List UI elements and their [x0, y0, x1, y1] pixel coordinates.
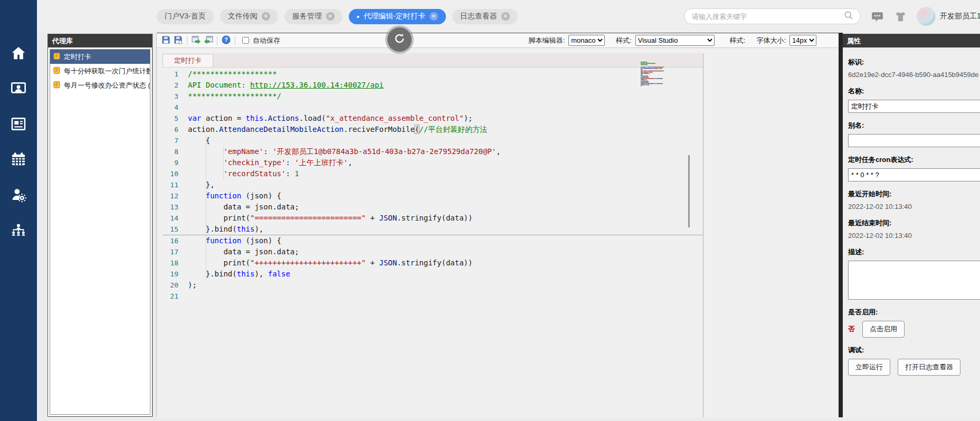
global-search-box[interactable] [684, 8, 861, 24]
app-window: 门户V3-首页文件传阅✕服务管理✕•代理编辑-定时打卡✕日志查看器✕ 开发部员工… [0, 0, 980, 421]
line-number: 9 [163, 157, 178, 168]
code-line-10[interactable]: 10 'recordStatus': 1 [163, 168, 703, 179]
org-chart-icon [10, 222, 27, 241]
tab-close-icon[interactable]: ✕ [262, 12, 270, 21]
code-line-21[interactable]: 21 [163, 291, 703, 302]
script-editor-select[interactable]: monaco [568, 35, 605, 46]
line-content: 'checkin_type': '上午上班打卡', [188, 157, 353, 168]
prop-description-textarea[interactable] [848, 261, 980, 300]
top-tab-3[interactable]: 服务管理✕ [284, 9, 342, 24]
code-line-11[interactable]: 11 }, [163, 179, 703, 190]
tab-close-icon[interactable]: ✕ [326, 12, 335, 21]
top-tab-4-active[interactable]: •代理编辑-定时打卡✕ [349, 9, 446, 24]
sidebar-item-org-chart[interactable] [9, 222, 27, 240]
search-icon[interactable] [843, 10, 854, 23]
sidebar-item-meeting[interactable] [9, 81, 27, 99]
sidebar-item-news[interactable] [9, 116, 27, 134]
style-select[interactable]: Visual Studio [635, 35, 715, 46]
code-line-12[interactable]: 12 function (json) { [163, 190, 703, 202]
line-number: 5 [163, 113, 178, 124]
sidebar-item-user-admin[interactable] [9, 187, 27, 205]
line-content: 'empName': '开发部员工1@b0784a3b-a51d-403a-b2… [188, 146, 501, 157]
theme-skin-icon[interactable] [894, 10, 907, 23]
import-button[interactable] [202, 34, 214, 46]
svg-text:?: ? [224, 36, 227, 43]
prop-cron-input[interactable] [848, 168, 980, 181]
meeting-icon [10, 80, 27, 99]
line-content: }, [188, 179, 215, 190]
export-button[interactable] [190, 34, 202, 46]
save-as-button[interactable] [172, 34, 184, 46]
prop-alias-input[interactable] [848, 134, 980, 147]
editor-tab-active[interactable]: 定时打卡 [163, 54, 213, 67]
top-tab-5[interactable]: 日志查看器✕ [452, 9, 518, 24]
code-line-1[interactable]: 1/******************* [163, 69, 703, 80]
sidebar-item-calendar[interactable] [9, 151, 27, 169]
line-number: 11 [163, 179, 178, 190]
editor-scrollbar-thumb[interactable] [688, 155, 690, 227]
search-input[interactable] [691, 12, 843, 21]
agent-tree-item-2[interactable]: 每十分钟获取一次门户统计数据 (g [50, 64, 150, 78]
code-line-16[interactable]: 16 function (json) { [163, 235, 703, 246]
tab-label: 代理编辑-定时打卡 [364, 12, 425, 21]
tab-close-icon[interactable]: ✕ [430, 12, 438, 21]
save-as-icon [174, 35, 183, 46]
code-line-6[interactable]: 6action.AttendanceDetailMobileAction.rec… [163, 124, 703, 135]
refresh-button[interactable] [387, 27, 412, 52]
code-line-14[interactable]: 14 print("========================" + JS… [163, 213, 703, 224]
save-button[interactable] [160, 34, 172, 46]
user-avatar[interactable] [917, 7, 936, 26]
messages-icon[interactable] [871, 10, 884, 23]
agent-tree-item-1[interactable]: 定时打卡 [50, 50, 150, 64]
editor-minimap[interactable] [640, 61, 678, 91]
top-tab-2[interactable]: 文件传阅✕ [220, 9, 278, 24]
code-line-3[interactable]: 3********************/ [163, 91, 703, 102]
fontsize-label: 字体大小: [756, 36, 786, 45]
editor-toolbar: ? 自动保存 脚本编辑器: monaco 样式: Visual Studio 样… [157, 33, 839, 48]
line-content: var action = this.Actions.load("x_attend… [188, 113, 473, 124]
editor-toolbar-buttons: ? [160, 34, 232, 46]
line-content: ********************/ [188, 91, 281, 102]
tab-close-icon[interactable]: ✕ [501, 12, 510, 21]
editor-settings-controls: 脚本编辑器: monaco 样式: Visual Studio 样式: 字体大小… [529, 35, 836, 46]
line-number: 10 [163, 168, 178, 179]
code-line-13[interactable]: 13 data = json.data; [163, 202, 703, 213]
open-log-viewer-button[interactable]: 打开日志查看器 [898, 359, 960, 376]
prop-name-input[interactable] [848, 100, 980, 113]
run-now-button[interactable]: 立即运行 [848, 359, 890, 376]
code-line-20[interactable]: 20); [163, 280, 703, 291]
code-line-19[interactable]: 19 }.bind(this), false [163, 269, 703, 280]
top-tab-bar: 门户V3-首页文件传阅✕服务管理✕•代理编辑-定时打卡✕日志查看器✕ [157, 9, 518, 24]
code-editor[interactable]: 1/*******************2API Document: http… [163, 68, 703, 302]
agent-script-icon [53, 81, 61, 90]
top-tab-1[interactable]: 门户V3-首页 [157, 9, 214, 24]
code-line-5[interactable]: 5var action = this.Actions.load("x_atten… [163, 113, 703, 124]
user-admin-icon [10, 186, 27, 205]
agent-library-title: 代理库 [48, 34, 152, 47]
prop-last-end-value: 2022-12-02 10:13:40 [848, 232, 980, 240]
code-line-4[interactable]: 4 [163, 102, 703, 113]
line-number: 4 [163, 102, 178, 113]
fontsize-select[interactable]: 14px [789, 35, 816, 46]
prop-last-end-label: 最近结束时间: [848, 218, 980, 228]
code-line-18[interactable]: 18 print("++++++++++++++++++++++++" + JS… [163, 257, 703, 269]
code-line-15[interactable]: 15 }.bind(this), [163, 224, 703, 235]
toolbar-separator [187, 36, 187, 45]
enable-agent-button[interactable]: 点击启用 [862, 321, 905, 338]
code-line-17[interactable]: 17 data = json.data; [163, 246, 703, 257]
right-splitter[interactable] [839, 33, 843, 417]
prop-id-label: 标识: [848, 58, 980, 67]
code-line-9[interactable]: 9 'checkin_type': '上午上班打卡', [163, 157, 703, 168]
code-line-2[interactable]: 2API Document: http://153.36.100.14:4002… [163, 80, 703, 91]
toolbar-separator [217, 36, 217, 45]
sidebar-item-home[interactable] [9, 45, 27, 63]
help-button[interactable]: ? [220, 34, 232, 46]
autosave-checkbox[interactable] [242, 37, 249, 44]
agent-tree-item-3[interactable]: 每月一号修改办公资产状态 (delD [50, 78, 150, 92]
left-splitter[interactable] [153, 34, 157, 417]
code-editor-container: 定时打卡 1/*******************2API Document:… [163, 53, 703, 417]
code-line-7[interactable]: 7 { [163, 135, 703, 146]
agent-tree-list: 定时打卡每十分钟获取一次门户统计数据 (g每月一号修改办公资产状态 (delD [50, 49, 150, 415]
code-line-8[interactable]: 8 'empName': '开发部员工1@b0784a3b-a51d-403a-… [163, 146, 703, 157]
autosave-toggle[interactable]: 自动保存 [240, 35, 280, 45]
